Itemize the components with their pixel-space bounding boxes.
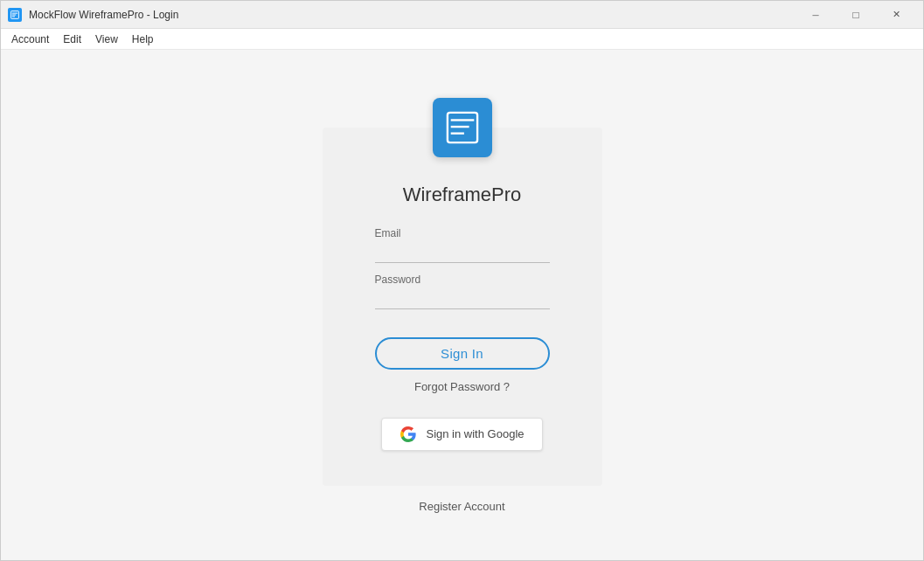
google-button-label: Sign in with Google [426, 427, 524, 440]
window-controls [795, 1, 916, 29]
close-button[interactable] [876, 1, 916, 29]
app-icon [8, 8, 22, 22]
main-content: WireframePro Email Password Sign In Forg… [1, 50, 923, 560]
close-icon [893, 9, 900, 20]
password-label: Password [375, 274, 550, 286]
minimize-icon [812, 10, 818, 20]
menu-view[interactable]: View [88, 31, 125, 47]
menu-edit[interactable]: Edit [56, 31, 88, 47]
maximize-icon [852, 9, 858, 21]
app-logo-icon [433, 98, 492, 157]
forgot-password-link[interactable]: Forgot Password ? [414, 380, 510, 393]
window-title: MockFlow WireframePro - Login [29, 9, 178, 21]
email-input[interactable] [375, 241, 550, 263]
email-label: Email [375, 227, 550, 239]
menu-bar: Account Edit View Help [1, 29, 923, 50]
google-icon [399, 426, 417, 443]
menu-help[interactable]: Help [125, 31, 161, 47]
menu-account[interactable]: Account [4, 31, 56, 47]
maximize-button[interactable] [836, 1, 876, 29]
register-account-link[interactable]: Register Account [419, 500, 504, 513]
sign-in-button[interactable]: Sign In [375, 337, 550, 370]
password-input[interactable] [375, 287, 550, 309]
login-wrapper: WireframePro Email Password Sign In Forg… [323, 98, 602, 513]
password-group: Password [375, 274, 550, 309]
login-card: WireframePro Email Password Sign In Forg… [323, 128, 602, 486]
google-sign-in-button[interactable]: Sign in with Google [381, 418, 542, 451]
title-bar: MockFlow WireframePro - Login [1, 1, 923, 29]
minimize-button[interactable] [795, 1, 836, 29]
email-group: Email [375, 227, 550, 263]
app-title: WireframePro [403, 184, 522, 206]
title-bar-left: MockFlow WireframePro - Login [8, 8, 178, 22]
